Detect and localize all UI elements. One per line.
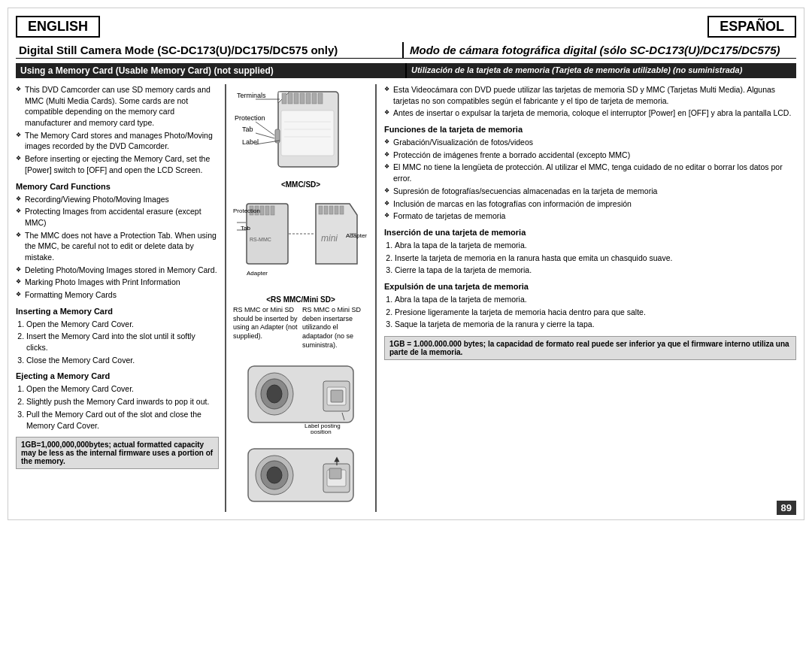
expulsion-step-3: Saque la tarjeta de memoria de la ranura… (395, 319, 796, 330)
ejecting-title: Ejecting a Memory Card (16, 371, 219, 380)
inserting-title: Inserting a Memory Card (16, 307, 219, 316)
rs-mmc-note-row: RS MMC or Mini SD should be inserted by … (233, 306, 368, 350)
right-col-es: Esta Videocámara con DVD puede utilizar … (377, 84, 796, 512)
svg-text:Adapter: Adapter (247, 270, 268, 277)
memory-card-functions-list: Recording/Viewing Photo/Moving Images Pr… (16, 194, 219, 301)
func-bullet-5: Inclusión de marcas en las fotografías c… (384, 198, 796, 210)
svg-rect-7 (312, 93, 317, 104)
eject-step-2: Slightly push the Memory Card inwards to… (26, 396, 219, 407)
svg-rect-6 (306, 93, 311, 104)
func-bullet-3: El MMC no tiene la lengüeta de protecció… (384, 162, 796, 183)
mcf-bullet-1: Recording/Viewing Photo/Moving Images (16, 194, 219, 205)
svg-rect-34 (319, 206, 323, 214)
svg-point-47 (267, 385, 282, 403)
insert-step-3: Close the Memory Card Cover. (26, 355, 219, 366)
svg-rect-35 (324, 206, 328, 214)
svg-rect-37 (335, 206, 338, 214)
bottom-note-en: 1GB=1,000,000,000bytes; actual formatted… (16, 437, 219, 469)
svg-point-57 (267, 467, 282, 483)
func-bullet-6: Formato de tarjetas de memoria (384, 210, 796, 222)
insert-step-2: Insert the Memory Card into the slot unt… (26, 331, 219, 353)
svg-text:Terminals: Terminals (237, 92, 266, 99)
svg-text:Tab: Tab (241, 225, 250, 232)
rs-mmc-note-en: RS MMC or Mini SD should be inserted by … (233, 306, 299, 350)
svg-text:Label: Label (242, 138, 259, 146)
rs-mmc-svg: RS-MMC Protection Tab (233, 196, 368, 294)
insercion-title: Inserción de una tarjeta de memoria (384, 228, 796, 237)
expulsion-step-2: Presione ligeramente la tarjeta de memor… (395, 307, 796, 318)
camera-eject-svg (233, 443, 368, 510)
inserting-steps: Open the Memory Card Cover. Insert the M… (26, 319, 219, 366)
main-title-en: Digital Still Camera Mode (SC-DC173(U)/D… (16, 42, 404, 58)
mcf-bullet-4: Deleting Photo/Moving Images stored in M… (16, 265, 219, 276)
svg-rect-36 (329, 206, 333, 214)
eject-step-1: Open the Memory Card Cover. (26, 383, 219, 395)
svg-text:Tab: Tab (242, 126, 253, 133)
svg-text:position: position (311, 428, 332, 434)
ejecting-steps: Open the Memory Card Cover. Slightly pus… (26, 383, 219, 431)
camera-insert-svg: Label posting position (233, 359, 368, 434)
svg-text:RS-MMC: RS-MMC (250, 237, 271, 242)
svg-rect-8 (318, 93, 323, 104)
mmc-sd-diagram: Terminals Protection Tab Label <MMC/SD> (233, 84, 368, 189)
svg-rect-25 (260, 206, 264, 215)
mcf-bullet-5: Marking Photo Images with Print Informat… (16, 277, 219, 288)
intro-bullet-2: The Memory Card stores and manages Photo… (16, 130, 219, 152)
func-bullet-1: Grabación/Visualización de fotos/videos (384, 137, 796, 148)
funciones-list: Grabación/Visualización de fotos/videos … (384, 137, 796, 222)
main-title-es: Modo de cámara fotográfica digital (sólo… (404, 42, 796, 58)
expulsion-step-1: Abra la tapa de la tarjeta de memoria. (395, 294, 796, 305)
svg-text:Adapter: Adapter (346, 232, 367, 239)
insercion-step-2: Inserte la tarjeta de memoria en la ranu… (395, 253, 796, 264)
insercion-step-3: Cierre la tapa de la tarjeta de memoria. (395, 265, 796, 276)
svg-rect-26 (265, 206, 269, 215)
lang-es: ESPAÑOL (707, 16, 796, 38)
svg-rect-3 (288, 93, 292, 104)
diagram-area: Terminals Protection Tab Label <MMC/SD> (232, 84, 369, 512)
mcf-bullet-6: Formatting Memory Cards (16, 289, 219, 301)
svg-rect-2 (282, 93, 286, 104)
mmc-sd-svg: Terminals Protection Tab Label (233, 84, 368, 182)
funciones-title: Funciones de la tarjeta de memoria (384, 125, 796, 134)
intro-es-bullet-2: Antes de insertar o expulsar la tarjeta … (384, 107, 796, 119)
lang-header: ENGLISH ESPAÑOL (16, 16, 796, 38)
svg-line-16 (256, 133, 274, 138)
svg-rect-27 (271, 206, 274, 215)
func-bullet-4: Supresión de fotografías/secuencias alma… (384, 186, 796, 197)
intro-bullets-es: Esta Videocámara con DVD puede utilizar … (384, 84, 796, 119)
page-container: ENGLISH ESPAÑOL Digital Still Camera Mod… (8, 8, 804, 520)
intro-bullet-3: Before inserting or ejecting the Memory … (16, 153, 219, 175)
memory-card-functions-title: Memory Card Functions (16, 182, 219, 191)
svg-rect-4 (294, 93, 298, 104)
svg-text:mini: mini (321, 233, 338, 244)
expulsion-title: Expulsión de una tarjeta de memoria (384, 282, 796, 291)
rs-mmc-note-es: RS MMC o Mini SD deben insertarse utiliz… (302, 306, 368, 350)
insert-step-1: Open the Memory Card Cover. (26, 319, 219, 330)
func-bullet-2: Protección de imágenes frente a borrado … (384, 150, 796, 161)
svg-rect-5 (300, 93, 304, 104)
main-title: Digital Still Camera Mode (SC-DC173(U)/D… (16, 42, 796, 59)
camera-insert-diagram: Label posting position (233, 359, 368, 435)
section-header-en: Using a Memory Card (Usable Memory Card)… (16, 63, 407, 78)
intro-bullets-en: This DVD Camcorder can use SD memory car… (16, 84, 219, 176)
intro-bullet-1: This DVD Camcorder can use SD memory car… (16, 84, 219, 129)
svg-rect-10 (281, 111, 334, 156)
section-header-es: Utilización de la tarjeta de memoria (Ta… (407, 63, 796, 78)
svg-rect-60 (329, 468, 341, 479)
intro-es-bullet-1: Esta Videocámara con DVD puede utilizar … (384, 84, 796, 106)
svg-line-15 (256, 122, 274, 135)
lang-en: ENGLISH (16, 16, 100, 38)
expulsion-steps: Abra la tapa de la tarjeta de memoria. P… (395, 294, 796, 330)
mcf-bullet-2: Protecting Images from accidental erasur… (16, 206, 219, 228)
bottom-note-es: 1GB = 1.000.000.000 bytes; la capacidad … (384, 336, 796, 360)
page-number: 89 (777, 501, 796, 515)
rs-mmc-caption: <RS MMC/Mini SD> (233, 295, 368, 304)
mcf-bullet-3: The MMC does not have a Protection Tab. … (16, 230, 219, 263)
insercion-steps: Abra la tapa de la tarjeta de memoria. I… (395, 240, 796, 276)
svg-text:Protection: Protection (233, 207, 260, 214)
svg-text:Protection: Protection (235, 114, 265, 122)
section-header: Using a Memory Card (Usable Memory Card)… (16, 63, 796, 78)
left-col-en: This DVD Camcorder can use SD memory car… (16, 84, 226, 512)
middle-col-diagrams: Terminals Protection Tab Label <MMC/SD> (226, 84, 377, 512)
camera-eject-diagram (233, 443, 368, 512)
